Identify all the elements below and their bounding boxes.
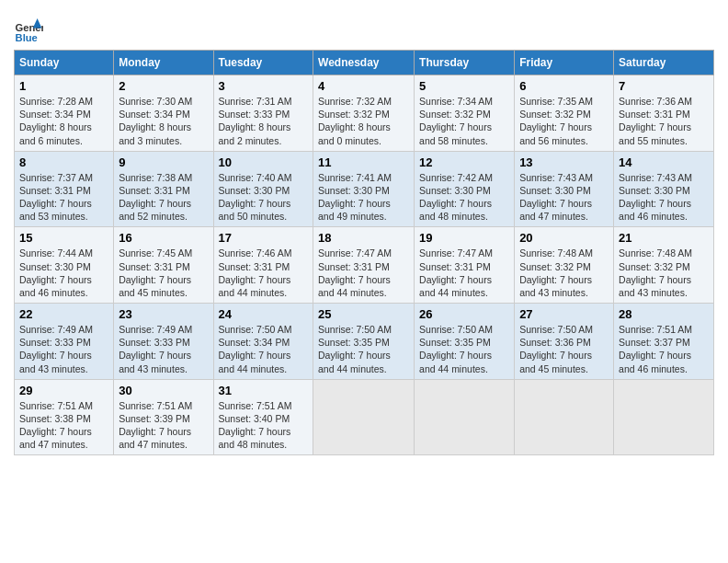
calendar-cell: 23 Sunrise: 7:49 AM Sunset: 3:33 PM Dayl… [114,304,213,380]
calendar-cell: 19 Sunrise: 7:47 AM Sunset: 3:31 PM Dayl… [415,227,515,304]
day-info: Sunrise: 7:48 AM Sunset: 3:32 PM Dayligh… [519,247,593,298]
day-info: Sunrise: 7:38 AM Sunset: 3:31 PM Dayligh… [119,172,192,223]
day-number: 13 [519,155,609,169]
svg-text:Blue: Blue [16,32,38,43]
day-info: Sunrise: 7:32 AM Sunset: 3:32 PM Dayligh… [318,96,392,146]
weekday-header-friday: Friday [515,51,614,75]
day-number: 12 [419,155,509,169]
calendar-cell [415,379,515,455]
day-number: 9 [119,155,208,169]
calendar-cell: 17 Sunrise: 7:46 AM Sunset: 3:31 PM Dayl… [213,227,313,304]
calendar-cell: 14 Sunrise: 7:43 AM Sunset: 3:30 PM Dayl… [614,151,714,227]
week-row-5: 29 Sunrise: 7:51 AM Sunset: 3:38 PM Dayl… [15,379,714,455]
day-number: 19 [419,231,509,245]
weekday-header-wednesday: Wednesday [313,51,415,75]
day-info: Sunrise: 7:44 AM Sunset: 3:30 PM Dayligh… [19,247,93,298]
calendar-cell [313,379,415,455]
day-number: 18 [318,231,409,245]
week-row-1: 1 Sunrise: 7:28 AM Sunset: 3:34 PM Dayli… [15,75,714,152]
day-number: 25 [318,307,409,321]
logo-icon: General Blue [14,15,43,44]
day-number: 30 [119,384,208,397]
day-info: Sunrise: 7:41 AM Sunset: 3:30 PM Dayligh… [318,172,392,223]
day-info: Sunrise: 7:30 AM Sunset: 3:34 PM Dayligh… [119,96,192,146]
day-info: Sunrise: 7:50 AM Sunset: 3:35 PM Dayligh… [419,324,493,374]
day-info: Sunrise: 7:51 AM Sunset: 3:40 PM Dayligh… [219,400,292,451]
day-number: 16 [119,231,208,245]
day-number: 29 [19,384,108,397]
day-number: 7 [619,79,709,93]
calendar-cell: 30 Sunrise: 7:51 AM Sunset: 3:39 PM Dayl… [114,379,213,455]
calendar-cell: 11 Sunrise: 7:41 AM Sunset: 3:30 PM Dayl… [313,151,415,227]
day-number: 26 [419,307,509,321]
day-info: Sunrise: 7:46 AM Sunset: 3:31 PM Dayligh… [219,247,292,298]
calendar-cell: 29 Sunrise: 7:51 AM Sunset: 3:38 PM Dayl… [15,379,114,455]
weekday-header-tuesday: Tuesday [213,51,313,75]
calendar-cell: 26 Sunrise: 7:50 AM Sunset: 3:35 PM Dayl… [415,304,515,380]
day-number: 3 [219,79,309,93]
calendar-cell: 5 Sunrise: 7:34 AM Sunset: 3:32 PM Dayli… [415,75,515,152]
day-number: 1 [19,79,108,93]
calendar-cell: 12 Sunrise: 7:42 AM Sunset: 3:30 PM Dayl… [415,151,515,227]
calendar-cell: 24 Sunrise: 7:50 AM Sunset: 3:34 PM Dayl… [213,304,313,380]
calendar-cell [515,379,614,455]
weekday-header-thursday: Thursday [415,51,515,75]
day-info: Sunrise: 7:40 AM Sunset: 3:30 PM Dayligh… [219,172,292,223]
calendar-cell: 8 Sunrise: 7:37 AM Sunset: 3:31 PM Dayli… [15,151,114,227]
calendar-table: SundayMondayTuesdayWednesdayThursdayFrid… [14,50,714,455]
day-info: Sunrise: 7:36 AM Sunset: 3:31 PM Dayligh… [619,96,692,146]
day-number: 17 [219,231,309,245]
calendar-cell: 28 Sunrise: 7:51 AM Sunset: 3:37 PM Dayl… [614,304,714,380]
day-number: 28 [619,307,709,321]
day-number: 5 [419,79,509,93]
calendar-cell: 1 Sunrise: 7:28 AM Sunset: 3:34 PM Dayli… [15,75,114,152]
day-info: Sunrise: 7:47 AM Sunset: 3:31 PM Dayligh… [318,247,392,298]
calendar-cell: 20 Sunrise: 7:48 AM Sunset: 3:32 PM Dayl… [515,227,614,304]
day-info: Sunrise: 7:50 AM Sunset: 3:35 PM Dayligh… [318,324,392,374]
calendar-cell [614,379,714,455]
calendar-cell: 16 Sunrise: 7:45 AM Sunset: 3:31 PM Dayl… [114,227,213,304]
day-info: Sunrise: 7:43 AM Sunset: 3:30 PM Dayligh… [619,172,692,223]
day-info: Sunrise: 7:51 AM Sunset: 3:37 PM Dayligh… [619,324,692,374]
calendar-cell: 22 Sunrise: 7:49 AM Sunset: 3:33 PM Dayl… [15,304,114,380]
day-number: 15 [19,231,108,245]
calendar-cell: 4 Sunrise: 7:32 AM Sunset: 3:32 PM Dayli… [313,75,415,152]
calendar-cell: 18 Sunrise: 7:47 AM Sunset: 3:31 PM Dayl… [313,227,415,304]
day-number: 31 [219,384,309,397]
day-number: 6 [519,79,609,93]
day-info: Sunrise: 7:49 AM Sunset: 3:33 PM Dayligh… [119,324,192,374]
day-info: Sunrise: 7:34 AM Sunset: 3:32 PM Dayligh… [419,96,493,146]
day-number: 10 [219,155,309,169]
calendar-cell: 31 Sunrise: 7:51 AM Sunset: 3:40 PM Dayl… [213,379,313,455]
calendar-cell: 6 Sunrise: 7:35 AM Sunset: 3:32 PM Dayli… [515,75,614,152]
day-info: Sunrise: 7:49 AM Sunset: 3:33 PM Dayligh… [19,324,93,374]
day-info: Sunrise: 7:50 AM Sunset: 3:34 PM Dayligh… [219,324,292,374]
header: General Blue [14,9,714,44]
day-info: Sunrise: 7:31 AM Sunset: 3:33 PM Dayligh… [219,96,292,146]
calendar-cell: 10 Sunrise: 7:40 AM Sunset: 3:30 PM Dayl… [213,151,313,227]
calendar-cell: 21 Sunrise: 7:48 AM Sunset: 3:32 PM Dayl… [614,227,714,304]
day-info: Sunrise: 7:28 AM Sunset: 3:34 PM Dayligh… [19,96,93,146]
calendar-cell: 3 Sunrise: 7:31 AM Sunset: 3:33 PM Dayli… [213,75,313,152]
day-info: Sunrise: 7:51 AM Sunset: 3:38 PM Dayligh… [19,400,93,451]
weekday-header-sunday: Sunday [15,51,114,75]
logo: General Blue [14,15,47,44]
day-info: Sunrise: 7:35 AM Sunset: 3:32 PM Dayligh… [519,96,593,146]
day-info: Sunrise: 7:48 AM Sunset: 3:32 PM Dayligh… [619,247,692,298]
weekday-header-saturday: Saturday [614,51,714,75]
day-info: Sunrise: 7:43 AM Sunset: 3:30 PM Dayligh… [519,172,593,223]
day-info: Sunrise: 7:42 AM Sunset: 3:30 PM Dayligh… [419,172,493,223]
day-number: 8 [19,155,108,169]
week-row-4: 22 Sunrise: 7:49 AM Sunset: 3:33 PM Dayl… [15,304,714,380]
day-number: 4 [318,79,409,93]
day-info: Sunrise: 7:50 AM Sunset: 3:36 PM Dayligh… [519,324,593,374]
calendar-cell: 9 Sunrise: 7:38 AM Sunset: 3:31 PM Dayli… [114,151,213,227]
day-info: Sunrise: 7:45 AM Sunset: 3:31 PM Dayligh… [119,247,192,298]
day-number: 2 [119,79,208,93]
weekday-header-monday: Monday [114,51,213,75]
week-row-3: 15 Sunrise: 7:44 AM Sunset: 3:30 PM Dayl… [15,227,714,304]
calendar-cell: 13 Sunrise: 7:43 AM Sunset: 3:30 PM Dayl… [515,151,614,227]
calendar-cell: 27 Sunrise: 7:50 AM Sunset: 3:36 PM Dayl… [515,304,614,380]
calendar-cell: 15 Sunrise: 7:44 AM Sunset: 3:30 PM Dayl… [15,227,114,304]
day-number: 21 [619,231,709,245]
